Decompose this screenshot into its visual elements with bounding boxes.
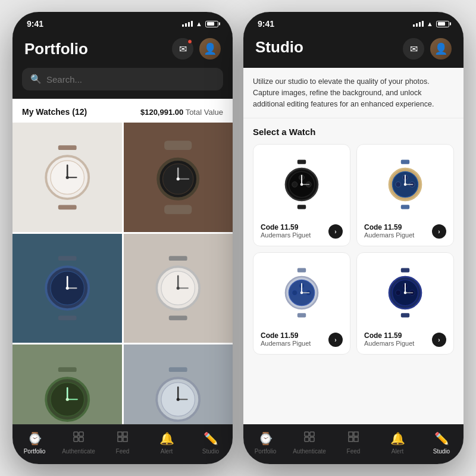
- battery-fill: [207, 22, 215, 26]
- watch-illustration-6: [140, 361, 216, 424]
- svg-rect-7: [164, 140, 192, 149]
- svg-rect-22: [169, 315, 187, 320]
- svg-rect-96: [349, 437, 353, 441]
- nav2-item-studio[interactable]: ✏️ Studio: [419, 431, 464, 455]
- nav-item-studio[interactable]: ✏️ Studio: [189, 431, 233, 455]
- search-bar-wrapper: 🔍: [12, 68, 233, 99]
- battery-icon-2: [436, 21, 449, 27]
- watch-card-4[interactable]: Code 11.59 Audemars Piguet ›: [356, 252, 454, 355]
- watch-cell-1[interactable]: [12, 123, 122, 232]
- total-value-suffix: Total Value: [186, 108, 223, 117]
- svg-point-20: [65, 287, 68, 290]
- studio-watch-svg-2: [381, 158, 429, 211]
- portfolio-section: My Watches (12) $120,991.00 Total Value: [12, 99, 233, 424]
- portfolio2-nav-label: Portfolio: [255, 448, 277, 455]
- svg-rect-14: [58, 256, 76, 261]
- svg-rect-50: [298, 160, 306, 164]
- notification-button[interactable]: ✉: [172, 38, 193, 60]
- svg-rect-90: [305, 432, 309, 436]
- signal-bar-2-2: [416, 23, 418, 27]
- svg-point-89: [404, 292, 407, 295]
- watch-cell-4[interactable]: [124, 234, 233, 343]
- feed-nav-icon: [117, 431, 129, 446]
- battery-icon: [205, 21, 218, 27]
- svg-rect-8: [164, 205, 192, 214]
- watch-cell-5[interactable]: [12, 345, 122, 424]
- wifi-icon: ▲: [196, 20, 202, 27]
- signal-icon-2: [413, 21, 424, 27]
- svg-point-27: [177, 287, 180, 290]
- svg-rect-91: [310, 432, 314, 436]
- nav-item-authenticate[interactable]: Authenticate: [57, 431, 101, 455]
- svg-rect-47: [123, 432, 127, 436]
- portfolio-header: Portfolio ✉ 👤: [12, 33, 233, 68]
- studio-notification-button[interactable]: ✉: [403, 38, 424, 60]
- studio-description: Utilize our studio to elevate the qualit…: [243, 68, 464, 118]
- svg-rect-93: [310, 437, 314, 441]
- svg-rect-0: [58, 145, 76, 150]
- watch-img-area-2: [364, 152, 446, 217]
- search-bar[interactable]: 🔍: [22, 68, 223, 90]
- svg-rect-97: [354, 437, 358, 441]
- svg-rect-21: [169, 256, 187, 261]
- avatar-button[interactable]: 👤: [199, 38, 221, 60]
- feed2-nav-icon: [347, 431, 359, 446]
- svg-rect-95: [354, 432, 358, 436]
- search-input[interactable]: [46, 74, 215, 84]
- svg-point-79: [300, 292, 303, 295]
- studio-screen: 9:41 ▲ Studio ✉: [243, 12, 464, 464]
- nav2-item-alert[interactable]: 🔔 Alert: [375, 431, 419, 455]
- svg-rect-71: [298, 313, 306, 317]
- nav2-item-portfolio[interactable]: ⌚ Portfolio: [243, 431, 287, 455]
- status-time-1: 9:41: [27, 19, 43, 29]
- signal-bar-4: [191, 21, 193, 27]
- svg-rect-70: [298, 268, 306, 273]
- watch-card-3[interactable]: Code 11.59 Audemars Piguet ›: [253, 252, 350, 355]
- svg-rect-80: [401, 268, 409, 273]
- svg-rect-45: [79, 437, 83, 441]
- svg-rect-61: [401, 205, 409, 209]
- wifi-icon-2: ▲: [427, 20, 433, 27]
- watch-cell-2[interactable]: [124, 123, 233, 232]
- nav2-item-feed[interactable]: Feed: [331, 431, 375, 455]
- svg-point-6: [65, 176, 68, 178]
- nav-item-feed[interactable]: Feed: [101, 431, 145, 455]
- select-watch-title: Select a Watch: [253, 127, 454, 137]
- svg-rect-92: [305, 437, 309, 441]
- portfolio-main: My Watches (12) $120,991.00 Total Value: [12, 99, 233, 424]
- studio-watch-svg-4: [381, 266, 429, 320]
- feed-nav-label: Feed: [116, 448, 130, 455]
- portfolio-watches-header: My Watches (12) $120,991.00 Total Value: [12, 99, 233, 123]
- studio-description-text: Utilize our studio to elevate the qualit…: [253, 76, 454, 109]
- watch-card-2[interactable]: Code 11.59 Audemars Piguet ›: [356, 144, 454, 246]
- studio-mail-icon: ✉: [410, 43, 418, 55]
- studio-avatar-button[interactable]: 👤: [430, 38, 452, 60]
- svg-rect-46: [118, 432, 122, 436]
- battery-fill-2: [438, 22, 446, 26]
- watch-grid: [12, 123, 233, 424]
- portfolio-nav-icon: ⌚: [27, 431, 42, 446]
- watch-img-area-3: [261, 260, 343, 325]
- studio-watch-svg-1: [278, 158, 325, 211]
- nav-item-alert[interactable]: 🔔 Alert: [145, 431, 189, 455]
- svg-rect-15: [58, 315, 76, 320]
- nav-item-portfolio[interactable]: ⌚ Portfolio: [12, 431, 57, 455]
- svg-point-69: [404, 183, 407, 186]
- svg-rect-44: [74, 437, 78, 441]
- watch-illustration-5: [29, 361, 105, 424]
- authenticate-nav-icon: [73, 431, 84, 446]
- bottom-nav-1: ⌚ Portfolio Authenticate Feed 🔔 Alert: [12, 424, 233, 464]
- studio2-nav-label: Studio: [433, 448, 450, 455]
- nav2-item-authenticate[interactable]: Authenticate: [287, 431, 331, 455]
- phone-portfolio: 9:41 ▲ Portfolio ✉: [12, 12, 233, 464]
- watch-cell-6[interactable]: [124, 345, 233, 424]
- svg-rect-28: [58, 367, 76, 372]
- svg-point-74: [292, 290, 298, 296]
- status-bar-2: 9:41 ▲: [243, 12, 464, 33]
- signal-bar-2: [185, 23, 187, 27]
- phone-studio: 9:41 ▲ Studio ✉: [243, 12, 464, 464]
- studio-header: Studio ✉ 👤: [243, 33, 464, 68]
- watch-cell-3[interactable]: [12, 234, 122, 343]
- watch-card-1[interactable]: Code 11.59 Audemars Piguet ›: [253, 144, 350, 246]
- watches-count-label: My Watches (12): [22, 107, 87, 117]
